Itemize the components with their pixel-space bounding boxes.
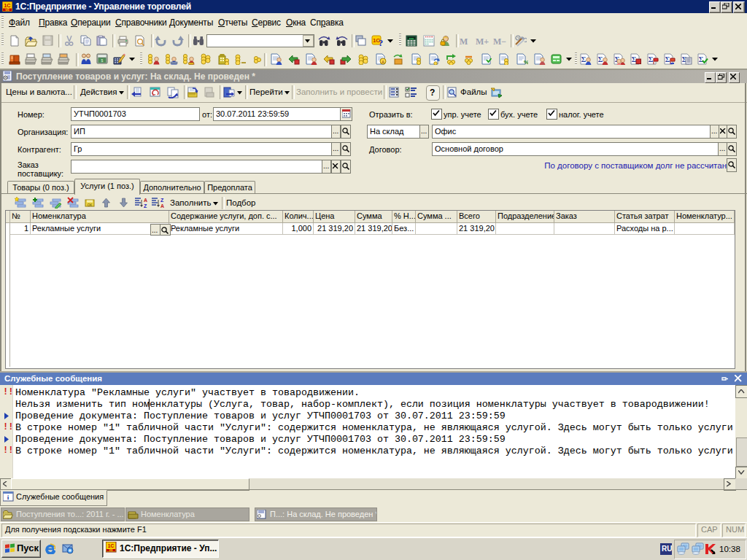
svg-text:Z: Z — [160, 198, 164, 203]
svg-text:A: A — [160, 203, 164, 209]
svg-text:v8: v8 — [5, 8, 9, 12]
svg-text:%: % — [524, 59, 528, 65]
svg-text:$: $ — [101, 58, 104, 63]
svg-text:1C: 1C — [108, 543, 115, 548]
svg-text:OK: OK — [88, 203, 93, 207]
svg-text:v8: v8 — [109, 548, 113, 552]
svg-text:A: A — [382, 60, 384, 64]
svg-text:Σ: Σ — [581, 55, 587, 63]
svg-text:?: ? — [379, 37, 384, 47]
svg-text:Z: Z — [144, 203, 147, 209]
svg-text:A: A — [144, 198, 147, 203]
svg-text:Σ: Σ — [665, 55, 670, 63]
svg-text:888: 888 — [409, 37, 414, 40]
svg-text:Σ: Σ — [649, 55, 654, 63]
svg-text:Σ: Σ — [598, 55, 603, 63]
